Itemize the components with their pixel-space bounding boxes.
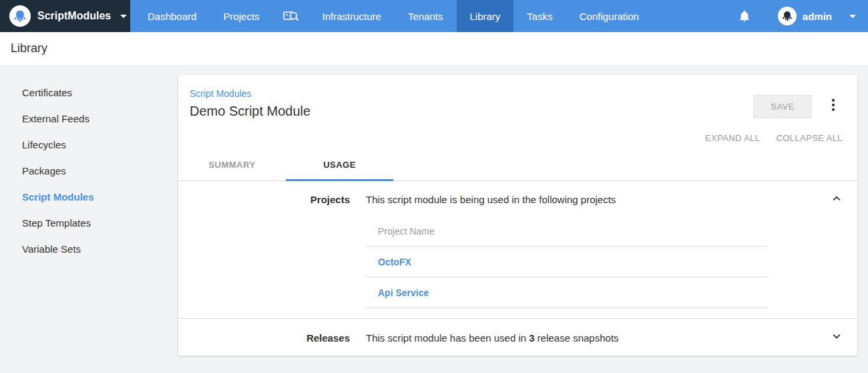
projects-section-body: This script module is being used in the … [366,194,768,308]
nav-items: Dashboard Projects Infrastructure Tenant… [134,0,652,32]
releases-description-prefix: This script module has been used in [366,332,529,344]
top-navigation-bar: ScriptModules Dashboard Projects Infrast… [0,0,868,32]
search-icon [282,9,300,23]
chevron-up-icon [829,191,844,206]
card-header: Script Modules Demo Script Module SAVE [178,75,857,119]
projects-section-label: Projects [178,194,350,308]
project-link-octofx[interactable]: OctoFX [366,247,768,277]
releases-count: 3 [529,332,534,344]
releases-section: Releases This script module has been use… [178,319,857,356]
releases-expand-button[interactable] [829,329,844,344]
projects-collapse-button[interactable] [829,191,844,206]
library-sidebar: Certificates External Feeds Lifecycles P… [0,65,178,373]
projects-table: Project Name OctoFX Api Service [366,219,768,308]
chevron-down-icon [829,329,844,344]
nav-item-tasks[interactable]: Tasks [513,0,566,32]
tab-summary[interactable]: SUMMARY [178,151,286,180]
expand-collapse-row: EXPAND ALL COLLAPSE ALL [178,119,857,151]
sidebar-item-step-templates[interactable]: Step Templates [0,210,178,236]
sidebar-item-variable-sets[interactable]: Variable Sets [0,236,178,262]
sidebar-item-packages[interactable]: Packages [0,158,178,184]
card-header-titles: Script Modules Demo Script Module [190,88,310,119]
nav-right-controls: admin [738,0,868,32]
overflow-menu-icon[interactable] [827,95,840,115]
nav-item-dashboard[interactable]: Dashboard [134,0,210,32]
sidebar-item-script-modules[interactable]: Script Modules [0,184,178,210]
tab-usage[interactable]: USAGE [286,151,393,181]
username-label: admin [803,11,832,22]
content-area: Certificates External Feeds Lifecycles P… [0,65,868,373]
nav-item-tenants[interactable]: Tenants [395,0,457,32]
projects-section: Projects This script module is being use… [178,181,857,318]
header-actions: SAVE [753,95,840,119]
search-button[interactable] [273,0,309,32]
sidebar-item-external-feeds[interactable]: External Feeds [0,106,178,132]
caret-down-icon [120,15,127,18]
user-avatar[interactable] [778,7,797,25]
brand-label: ScriptModules [37,10,111,22]
releases-description: This script module has been used in 3 re… [366,332,768,344]
notifications-button[interactable] [738,9,751,23]
collapse-all-button[interactable]: COLLAPSE ALL [777,133,843,143]
sidebar-item-lifecycles[interactable]: Lifecycles [0,132,178,158]
nav-item-projects[interactable]: Projects [210,0,272,32]
project-link-api-service[interactable]: Api Service [366,277,768,308]
expand-all-button[interactable]: EXPAND ALL [705,133,761,143]
card-title: Demo Script Module [190,104,310,119]
brand-space-switcher[interactable]: ScriptModules [0,0,130,32]
projects-table-header: Project Name [366,219,768,247]
projects-description: This script module is being used in the … [366,194,768,205]
octopus-logo-icon [9,5,31,27]
script-module-card: Script Modules Demo Script Module SAVE E… [178,75,857,356]
nav-item-infrastructure[interactable]: Infrastructure [309,0,395,32]
save-button[interactable]: SAVE [753,95,812,118]
page-title: Library [11,41,47,55]
bell-icon [738,9,751,23]
tab-strip: SUMMARY USAGE [178,151,857,181]
user-menu-caret-down-icon[interactable] [849,15,856,18]
page-title-bar: Library [0,32,868,65]
nav-item-configuration[interactable]: Configuration [566,0,652,32]
releases-description-suffix: release snapshots [535,332,619,344]
sidebar-item-certificates[interactable]: Certificates [0,80,178,106]
breadcrumb[interactable]: Script Modules [190,88,310,99]
releases-section-label: Releases [178,332,350,344]
nav-item-library[interactable]: Library [457,0,514,32]
